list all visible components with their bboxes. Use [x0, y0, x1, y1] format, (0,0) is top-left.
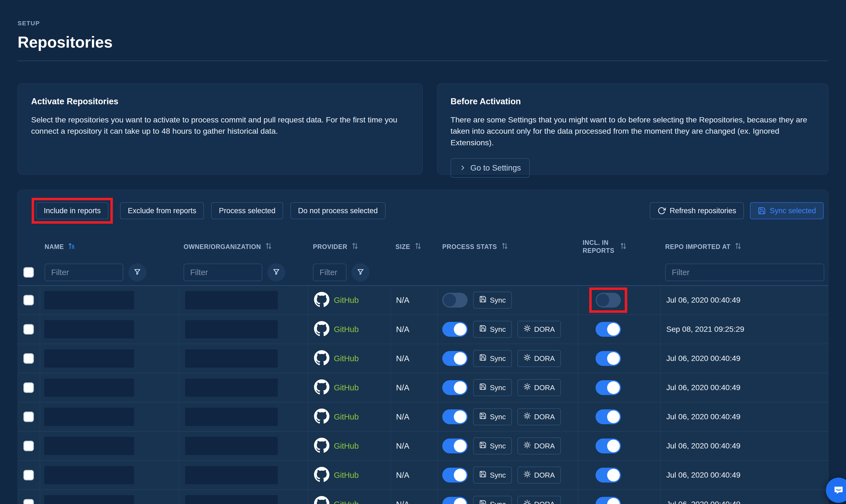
imported-at-value: Jul 06, 2020 00:40:49 — [666, 296, 740, 305]
include-in-reports-toggle[interactable] — [596, 468, 621, 483]
include-in-reports-toggle[interactable] — [596, 438, 621, 453]
column-header-provider[interactable]: PROVIDER — [309, 242, 391, 251]
github-octocat-icon — [314, 350, 330, 367]
provider-filter-funnel-button[interactable] — [351, 263, 370, 282]
go-to-settings-button[interactable]: Go to Settings — [451, 158, 530, 178]
sync-button[interactable]: Sync — [473, 321, 512, 338]
owner-redacted — [185, 349, 278, 367]
imported-at-value: Jul 06, 2020 00:40:49 — [666, 471, 740, 480]
sync-selected-button[interactable]: Sync selected — [750, 202, 824, 219]
sort-updown-icon[interactable] — [265, 242, 272, 251]
column-header-process-stats[interactable]: PROCESS STATS — [438, 242, 578, 251]
include-in-reports-toggle[interactable] — [596, 380, 621, 395]
refresh-repositories-button[interactable]: Refresh repositories — [650, 202, 744, 219]
repo-name-redacted — [44, 466, 134, 484]
process-stats-toggle[interactable] — [442, 322, 468, 337]
provider-label: GitHub — [334, 325, 358, 334]
sync-button[interactable]: Sync — [473, 408, 512, 425]
include-in-reports-toggle[interactable] — [596, 497, 621, 504]
include-toggle-annotation — [589, 492, 627, 504]
table-row: GitHub N/A Sync DORA — [18, 373, 828, 402]
sort-ascending-icon[interactable] — [68, 242, 76, 252]
header-divider — [18, 60, 828, 61]
include-in-reports-button[interactable]: Include in reports — [36, 202, 108, 219]
row-checkbox[interactable] — [23, 353, 34, 364]
process-stats-toggle[interactable] — [442, 293, 468, 308]
sort-updown-icon[interactable] — [351, 242, 359, 251]
column-header-name[interactable]: NAME — [40, 242, 179, 252]
owner-filter-funnel-button[interactable] — [267, 263, 285, 282]
process-stats-toggle[interactable] — [442, 380, 468, 395]
table-filter-row — [18, 259, 828, 286]
dora-button[interactable]: DORA — [517, 408, 561, 425]
column-header-size[interactable]: SIZE — [391, 242, 438, 251]
dora-button[interactable]: DORA — [517, 350, 561, 367]
sync-button[interactable]: Sync — [473, 496, 512, 504]
sort-updown-icon[interactable] — [501, 242, 509, 251]
row-checkbox[interactable] — [23, 412, 34, 422]
sync-button[interactable]: Sync — [473, 467, 512, 484]
column-header-repo-imported-at[interactable]: REPO IMPORTED AT — [661, 242, 828, 251]
process-stats-toggle[interactable] — [442, 438, 468, 453]
save-floppy-icon — [758, 206, 766, 215]
process-stats-toggle[interactable] — [442, 409, 468, 424]
select-all-checkbox[interactable] — [23, 267, 34, 277]
gear-icon — [524, 354, 531, 363]
info-cards: Activate Repositories Select the reposit… — [18, 84, 828, 175]
imported-at-filter-input[interactable] — [665, 264, 824, 281]
row-checkbox[interactable] — [23, 382, 34, 393]
owner-redacted — [185, 437, 278, 455]
sync-button[interactable]: Sync — [473, 379, 512, 396]
dora-button[interactable]: DORA — [517, 496, 561, 504]
column-header-owner[interactable]: OWNER/ORGANIZATION — [179, 242, 309, 251]
dora-button[interactable]: DORA — [517, 321, 561, 338]
table-body: GitHub N/A Sync Jul 06, 2020 00:40:49 — [18, 286, 828, 504]
owner-filter-input[interactable] — [183, 264, 262, 281]
sort-updown-icon[interactable] — [414, 242, 422, 251]
process-stats-toggle[interactable] — [442, 468, 468, 483]
filter-funnel-icon — [272, 268, 280, 277]
process-stats-toggle[interactable] — [442, 351, 468, 366]
chat-launcher-button[interactable] — [826, 478, 846, 503]
column-header-incl-in-reports[interactable]: INCL. IN REPORTS — [578, 239, 661, 255]
table-row: GitHub N/A Sync Jul 06, 2020 00:40:49 — [18, 286, 828, 315]
dora-button[interactable]: DORA — [517, 379, 561, 396]
dora-button[interactable]: DORA — [517, 437, 561, 454]
name-filter-input[interactable] — [45, 264, 123, 281]
row-checkbox[interactable] — [23, 499, 34, 504]
process-selected-button[interactable]: Process selected — [211, 202, 283, 219]
row-checkbox[interactable] — [23, 470, 34, 480]
save-floppy-icon — [479, 354, 487, 363]
sort-updown-icon[interactable] — [734, 242, 742, 251]
exclude-from-reports-button[interactable]: Exclude from reports — [120, 202, 204, 219]
page-title: Repositories — [18, 33, 828, 51]
sort-updown-icon[interactable] — [619, 242, 627, 251]
github-octocat-icon — [314, 467, 330, 483]
sync-button[interactable]: Sync — [473, 437, 512, 454]
name-filter-funnel-button[interactable] — [128, 263, 146, 282]
sync-button[interactable]: Sync — [473, 292, 512, 309]
provider-label: GitHub — [334, 296, 358, 305]
provider-filter-input[interactable] — [313, 264, 347, 281]
sync-button[interactable]: Sync — [473, 350, 512, 367]
gear-icon — [524, 383, 531, 392]
owner-redacted — [185, 291, 278, 309]
include-in-reports-toggle[interactable] — [596, 409, 621, 424]
row-checkbox[interactable] — [23, 324, 34, 335]
owner-redacted — [185, 379, 278, 397]
github-octocat-icon — [314, 379, 330, 396]
include-in-reports-toggle[interactable] — [596, 293, 621, 308]
include-in-reports-toggle[interactable] — [596, 322, 621, 337]
row-checkbox[interactable] — [23, 441, 34, 451]
card-body: Select the repositories you want to acti… — [31, 114, 409, 137]
do-not-process-selected-button[interactable]: Do not process selected — [290, 202, 386, 219]
dora-button[interactable]: DORA — [517, 467, 561, 484]
include-toggle-annotation — [589, 433, 627, 458]
include-in-reports-toggle[interactable] — [596, 351, 621, 366]
gear-icon — [524, 500, 531, 504]
row-checkbox[interactable] — [23, 295, 34, 305]
process-stats-toggle[interactable] — [442, 497, 468, 504]
github-octocat-icon — [314, 409, 330, 425]
gear-icon — [524, 325, 531, 334]
table-row: GitHub N/A Sync DORA — [18, 315, 828, 344]
